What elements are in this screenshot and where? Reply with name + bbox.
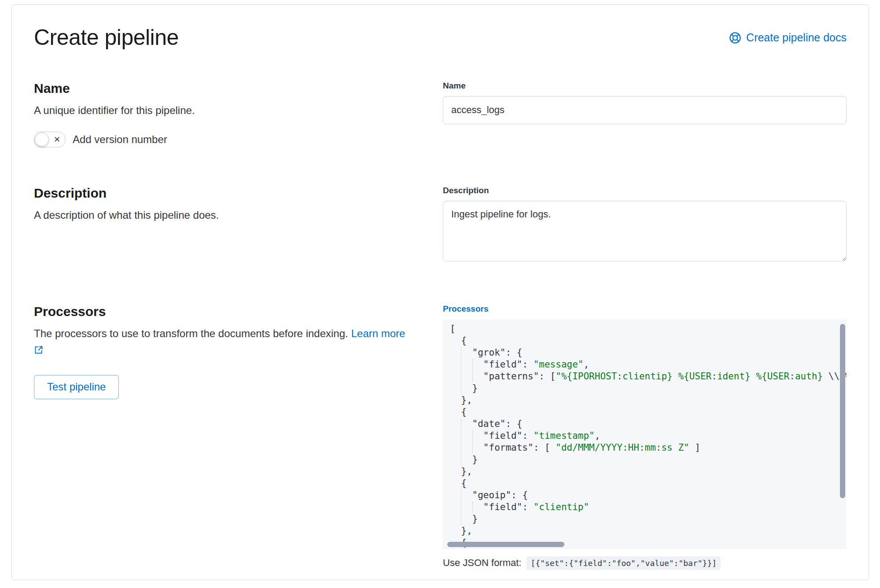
name-section-heading: Name xyxy=(34,81,418,96)
version-toggle[interactable]: ✕ xyxy=(34,132,66,147)
vertical-scrollbar-thumb[interactable] xyxy=(840,324,845,498)
page-header: Create pipeline Create pipeline docs xyxy=(34,25,847,51)
page-title: Create pipeline xyxy=(34,25,179,51)
json-format-hint: Use JSON format: [{"set":{"field":"foo",… xyxy=(443,556,847,570)
processors-section-heading: Processors xyxy=(34,304,418,320)
description-section-info: Description A description of what this p… xyxy=(34,185,443,223)
processors-section-description: The processors to use to transform the d… xyxy=(34,326,418,342)
test-pipeline-button-wrap: Test pipeline xyxy=(34,356,418,399)
create-pipeline-docs-link[interactable]: Create pipeline docs xyxy=(729,31,847,44)
create-pipeline-page: { "header": { "title": "Create pipeline"… xyxy=(0,0,880,588)
create-pipeline-panel: Create pipeline Create pipeline docs Nam… xyxy=(11,4,869,580)
json-format-hint-label: Use JSON format: xyxy=(443,557,521,569)
processors-section-info: Processors The processors to use to tran… xyxy=(34,304,443,399)
learn-more-link[interactable]: Learn more xyxy=(351,327,405,339)
processors-field-label: Processors xyxy=(443,304,847,315)
help-icon xyxy=(729,32,741,44)
description-section-heading: Description xyxy=(34,185,418,201)
name-section-description: A unique identifier for this pipeline. xyxy=(34,103,418,118)
external-link-icon xyxy=(34,345,44,355)
toggle-knob xyxy=(35,132,49,147)
description-field-group: Description Ingest pipeline for logs. xyxy=(443,185,847,264)
name-section-info: Name A unique identifier for this pipeli… xyxy=(34,81,443,147)
json-format-example: [{"set":{"field":"foo","value":"bar"}}] xyxy=(527,556,721,570)
description-field-label: Description xyxy=(443,185,847,196)
processors-editor-lines: [ { "grok": { "field": "message", "patte… xyxy=(450,323,847,549)
version-toggle-label[interactable]: Add version number xyxy=(73,133,167,146)
processors-description-text: The processors to use to transform the d… xyxy=(34,327,348,339)
name-field-label: Name xyxy=(443,81,847,92)
processors-code-editor[interactable]: [ { "grok": { "field": "message", "patte… xyxy=(443,320,847,549)
toggle-off-x-icon: ✕ xyxy=(54,136,60,143)
name-field-group: Name xyxy=(443,81,847,125)
docs-link-label: Create pipeline docs xyxy=(746,31,847,44)
processors-field-group: Processors [ { "grok": { "field": "messa… xyxy=(443,304,847,570)
description-form-row: Description A description of what this p… xyxy=(34,185,847,264)
horizontal-scrollbar-thumb[interactable] xyxy=(447,542,564,547)
test-pipeline-button[interactable]: Test pipeline xyxy=(34,375,119,399)
description-section-description: A description of what this pipeline does… xyxy=(34,207,418,223)
learn-more-external-link[interactable] xyxy=(34,345,44,355)
processors-form-row: Processors The processors to use to tran… xyxy=(34,304,847,570)
name-input[interactable] xyxy=(443,96,847,124)
description-textarea[interactable]: Ingest pipeline for logs. xyxy=(443,201,847,261)
name-form-row: Name A unique identifier for this pipeli… xyxy=(34,81,847,147)
version-toggle-row: ✕ Add version number xyxy=(34,132,418,147)
